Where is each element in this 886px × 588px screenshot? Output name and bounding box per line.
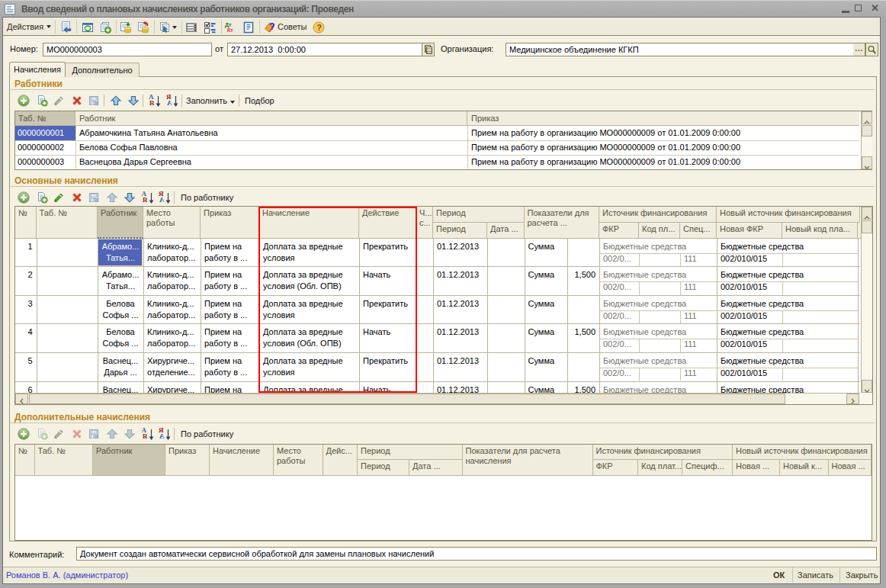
- svg-text:ОК: ОК: [93, 198, 99, 202]
- svg-text:?: ?: [269, 21, 275, 32]
- svg-text:?: ?: [316, 23, 322, 32]
- svg-text:ОК: ОК: [93, 101, 99, 105]
- svg-text:ОК: ОК: [93, 434, 99, 439]
